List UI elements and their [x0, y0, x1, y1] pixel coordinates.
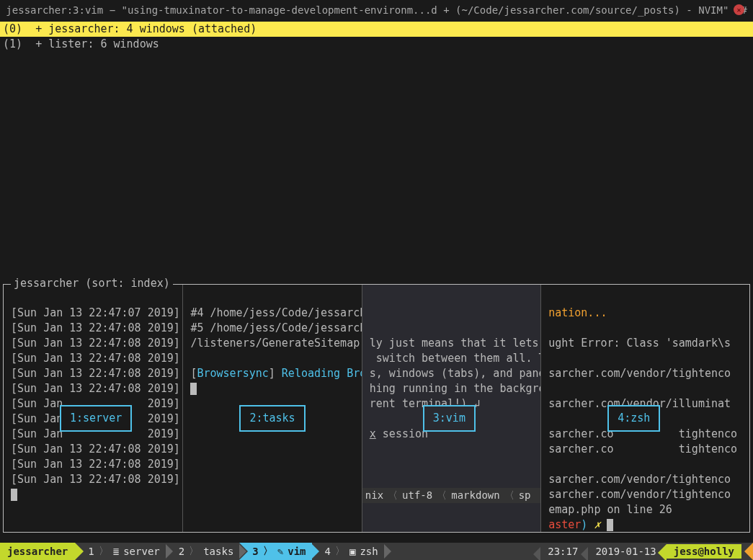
status-time: 23:17	[540, 546, 585, 557]
window-label-server[interactable]: 1:server	[60, 405, 132, 432]
status-end-icon	[744, 543, 753, 560]
status-window-2[interactable]: 2〉tasks	[166, 543, 240, 560]
window-label-tasks[interactable]: 2:tasks	[239, 405, 305, 432]
window-title-bar: jessarcher:3:vim − "using-tmuxinator-to-…	[0, 0, 753, 20]
status-host: jess@holly	[667, 544, 741, 559]
pane-vim: ly just means that it lets switch betwee…	[362, 285, 540, 532]
tmux-preview-area: jessarcher (sort: index) [Sun Jan 13 22:…	[3, 284, 750, 533]
window-title: jessarcher:3:vim − "using-tmuxinator-to-…	[6, 4, 747, 16]
pane-tasks: #4 /home/jess/Code/jessarch #5 /home/jes…	[182, 285, 361, 532]
vim-statusline: nix〈 utf-8〈 markdown〈 sp	[362, 488, 540, 503]
pane-zsh: nation... ught Error: Class 'samdark\s s…	[540, 285, 749, 532]
status-session[interactable]: jessarcher	[0, 543, 75, 560]
close-icon[interactable]: ✕	[734, 4, 744, 15]
session-row-active[interactable]: (0) + jessarcher: 4 windows (attached)	[0, 22, 753, 37]
status-window-4[interactable]: 4〉▣zsh	[312, 543, 384, 560]
window-label-vim[interactable]: 3:vim	[423, 405, 476, 432]
window-label-zsh[interactable]: 4:zsh	[607, 405, 660, 432]
tmux-session-list: (0) + jessarcher: 4 windows (attached) (…	[0, 20, 753, 53]
session-row[interactable]: (1) + lister: 6 windows	[0, 37, 753, 52]
status-date: 2019-01-13	[588, 546, 663, 557]
tmux-statusbar: jessarcher 1〉≣server 2〉tasks 3〉✎vim 4〉▣z…	[0, 543, 753, 560]
pane-server: [Sun Jan 13 22:47:07 2019] [Sun Jan 13 2…	[4, 285, 182, 532]
status-window-1[interactable]: 1〉≣server	[75, 543, 165, 560]
status-window-3-active[interactable]: 3〉✎vim	[239, 543, 311, 560]
